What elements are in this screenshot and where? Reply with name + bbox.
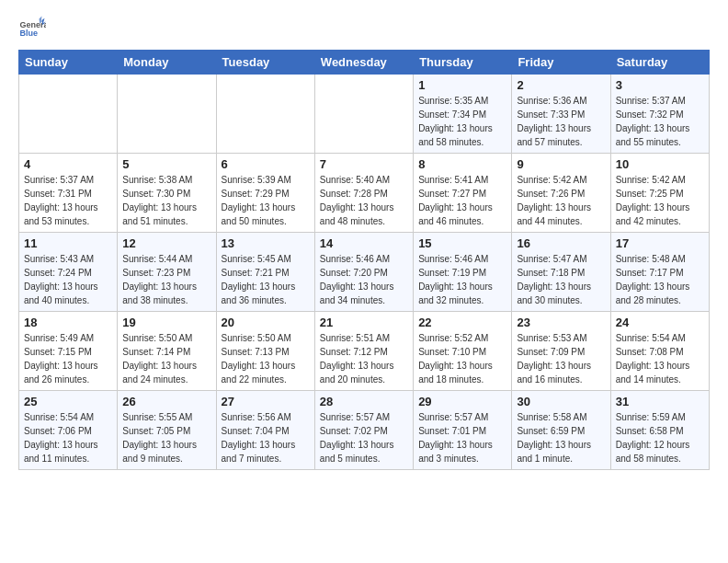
weekday-header: Saturday bbox=[610, 51, 709, 75]
calendar-cell: 28Sunrise: 5:57 AM Sunset: 7:02 PM Dayli… bbox=[314, 391, 413, 470]
day-info: Sunrise: 5:46 AM Sunset: 7:19 PM Dayligh… bbox=[418, 252, 506, 307]
day-info: Sunrise: 5:56 AM Sunset: 7:04 PM Dayligh… bbox=[222, 410, 310, 465]
day-info: Sunrise: 5:59 AM Sunset: 6:58 PM Dayligh… bbox=[616, 410, 704, 465]
day-info: Sunrise: 5:39 AM Sunset: 7:29 PM Dayligh… bbox=[222, 173, 310, 228]
calendar-cell bbox=[19, 75, 118, 154]
day-info: Sunrise: 5:37 AM Sunset: 7:32 PM Dayligh… bbox=[616, 94, 704, 149]
calendar-cell: 16Sunrise: 5:47 AM Sunset: 7:18 PM Dayli… bbox=[512, 233, 610, 312]
day-info: Sunrise: 5:42 AM Sunset: 7:25 PM Dayligh… bbox=[616, 173, 704, 228]
calendar-cell: 26Sunrise: 5:55 AM Sunset: 7:05 PM Dayli… bbox=[118, 391, 216, 470]
day-number: 7 bbox=[320, 157, 408, 171]
day-info: Sunrise: 5:44 AM Sunset: 7:23 PM Dayligh… bbox=[122, 252, 210, 307]
day-info: Sunrise: 5:49 AM Sunset: 7:15 PM Dayligh… bbox=[24, 331, 112, 386]
day-number: 14 bbox=[320, 236, 408, 250]
day-info: Sunrise: 5:50 AM Sunset: 7:14 PM Dayligh… bbox=[122, 331, 210, 386]
day-info: Sunrise: 5:51 AM Sunset: 7:12 PM Dayligh… bbox=[320, 331, 408, 386]
calendar-cell: 25Sunrise: 5:54 AM Sunset: 7:06 PM Dayli… bbox=[19, 391, 118, 470]
day-info: Sunrise: 5:55 AM Sunset: 7:05 PM Dayligh… bbox=[122, 410, 210, 465]
day-number: 5 bbox=[122, 157, 210, 171]
calendar-week-row: 25Sunrise: 5:54 AM Sunset: 7:06 PM Dayli… bbox=[19, 391, 710, 470]
calendar-cell: 31Sunrise: 5:59 AM Sunset: 6:58 PM Dayli… bbox=[610, 391, 709, 470]
calendar-cell: 9Sunrise: 5:42 AM Sunset: 7:26 PM Daylig… bbox=[512, 154, 610, 233]
day-number: 10 bbox=[616, 157, 704, 171]
calendar-cell: 1Sunrise: 5:35 AM Sunset: 7:34 PM Daylig… bbox=[414, 75, 512, 154]
day-number: 23 bbox=[517, 316, 605, 329]
day-number: 11 bbox=[24, 236, 112, 250]
logo-icon: General Blue bbox=[18, 15, 46, 42]
weekday-header: Monday bbox=[118, 51, 216, 75]
day-info: Sunrise: 5:52 AM Sunset: 7:10 PM Dayligh… bbox=[418, 331, 506, 386]
calendar-cell bbox=[216, 75, 314, 154]
day-number: 22 bbox=[418, 316, 506, 329]
calendar-cell: 7Sunrise: 5:40 AM Sunset: 7:28 PM Daylig… bbox=[314, 154, 413, 233]
day-number: 18 bbox=[24, 316, 112, 329]
calendar-cell: 22Sunrise: 5:52 AM Sunset: 7:10 PM Dayli… bbox=[414, 312, 512, 391]
calendar-cell: 10Sunrise: 5:42 AM Sunset: 7:25 PM Dayli… bbox=[610, 154, 709, 233]
calendar-cell: 23Sunrise: 5:53 AM Sunset: 7:09 PM Dayli… bbox=[512, 312, 610, 391]
calendar-cell: 18Sunrise: 5:49 AM Sunset: 7:15 PM Dayli… bbox=[19, 312, 118, 391]
weekday-header-row: SundayMondayTuesdayWednesdayThursdayFrid… bbox=[19, 51, 710, 75]
calendar-cell: 17Sunrise: 5:48 AM Sunset: 7:17 PM Dayli… bbox=[610, 233, 709, 312]
day-info: Sunrise: 5:48 AM Sunset: 7:17 PM Dayligh… bbox=[616, 252, 704, 307]
calendar-table: SundayMondayTuesdayWednesdayThursdayFrid… bbox=[18, 50, 710, 470]
weekday-header: Tuesday bbox=[216, 51, 314, 75]
day-number: 21 bbox=[320, 316, 408, 329]
day-number: 24 bbox=[616, 316, 704, 329]
calendar-cell: 13Sunrise: 5:45 AM Sunset: 7:21 PM Dayli… bbox=[216, 233, 314, 312]
day-number: 27 bbox=[222, 395, 310, 408]
day-number: 4 bbox=[24, 157, 112, 171]
day-info: Sunrise: 5:57 AM Sunset: 7:01 PM Dayligh… bbox=[418, 410, 506, 465]
day-number: 16 bbox=[517, 236, 605, 250]
calendar-cell: 6Sunrise: 5:39 AM Sunset: 7:29 PM Daylig… bbox=[216, 154, 314, 233]
calendar-cell bbox=[314, 75, 413, 154]
day-number: 25 bbox=[24, 395, 112, 408]
calendar-cell: 30Sunrise: 5:58 AM Sunset: 6:59 PM Dayli… bbox=[512, 391, 610, 470]
calendar-cell: 19Sunrise: 5:50 AM Sunset: 7:14 PM Dayli… bbox=[118, 312, 216, 391]
day-info: Sunrise: 5:53 AM Sunset: 7:09 PM Dayligh… bbox=[517, 331, 605, 386]
weekday-header: Thursday bbox=[414, 51, 512, 75]
day-info: Sunrise: 5:36 AM Sunset: 7:33 PM Dayligh… bbox=[517, 94, 605, 149]
day-number: 31 bbox=[616, 395, 704, 408]
day-info: Sunrise: 5:54 AM Sunset: 7:06 PM Dayligh… bbox=[24, 410, 112, 465]
day-info: Sunrise: 5:40 AM Sunset: 7:28 PM Dayligh… bbox=[320, 173, 408, 228]
day-info: Sunrise: 5:37 AM Sunset: 7:31 PM Dayligh… bbox=[24, 173, 112, 228]
calendar-cell: 12Sunrise: 5:44 AM Sunset: 7:23 PM Dayli… bbox=[118, 233, 216, 312]
calendar-cell: 4Sunrise: 5:37 AM Sunset: 7:31 PM Daylig… bbox=[19, 154, 118, 233]
calendar-cell: 5Sunrise: 5:38 AM Sunset: 7:30 PM Daylig… bbox=[118, 154, 216, 233]
weekday-header: Wednesday bbox=[314, 51, 413, 75]
day-number: 1 bbox=[418, 78, 506, 92]
day-number: 28 bbox=[320, 395, 408, 408]
day-number: 15 bbox=[418, 236, 506, 250]
day-info: Sunrise: 5:46 AM Sunset: 7:20 PM Dayligh… bbox=[320, 252, 408, 307]
logo: General Blue bbox=[18, 15, 46, 42]
day-number: 17 bbox=[616, 236, 704, 250]
day-number: 2 bbox=[517, 78, 605, 92]
calendar-cell: 27Sunrise: 5:56 AM Sunset: 7:04 PM Dayli… bbox=[216, 391, 314, 470]
calendar-week-row: 11Sunrise: 5:43 AM Sunset: 7:24 PM Dayli… bbox=[19, 233, 710, 312]
calendar-cell: 14Sunrise: 5:46 AM Sunset: 7:20 PM Dayli… bbox=[314, 233, 413, 312]
calendar-cell: 20Sunrise: 5:50 AM Sunset: 7:13 PM Dayli… bbox=[216, 312, 314, 391]
day-info: Sunrise: 5:42 AM Sunset: 7:26 PM Dayligh… bbox=[517, 173, 605, 228]
calendar-cell: 3Sunrise: 5:37 AM Sunset: 7:32 PM Daylig… bbox=[610, 75, 709, 154]
day-number: 26 bbox=[122, 395, 210, 408]
day-number: 12 bbox=[122, 236, 210, 250]
svg-text:Blue: Blue bbox=[20, 29, 39, 38]
calendar-cell: 24Sunrise: 5:54 AM Sunset: 7:08 PM Dayli… bbox=[610, 312, 709, 391]
day-info: Sunrise: 5:41 AM Sunset: 7:27 PM Dayligh… bbox=[418, 173, 506, 228]
day-number: 13 bbox=[222, 236, 310, 250]
day-number: 3 bbox=[616, 78, 704, 92]
day-info: Sunrise: 5:45 AM Sunset: 7:21 PM Dayligh… bbox=[222, 252, 310, 307]
day-info: Sunrise: 5:54 AM Sunset: 7:08 PM Dayligh… bbox=[616, 331, 704, 386]
day-number: 6 bbox=[222, 157, 310, 171]
day-number: 20 bbox=[222, 316, 310, 329]
day-info: Sunrise: 5:50 AM Sunset: 7:13 PM Dayligh… bbox=[222, 331, 310, 386]
calendar-cell: 21Sunrise: 5:51 AM Sunset: 7:12 PM Dayli… bbox=[314, 312, 413, 391]
calendar-week-row: 4Sunrise: 5:37 AM Sunset: 7:31 PM Daylig… bbox=[19, 154, 710, 233]
weekday-header: Sunday bbox=[19, 51, 118, 75]
day-info: Sunrise: 5:43 AM Sunset: 7:24 PM Dayligh… bbox=[24, 252, 112, 307]
day-info: Sunrise: 5:38 AM Sunset: 7:30 PM Dayligh… bbox=[122, 173, 210, 228]
day-number: 8 bbox=[418, 157, 506, 171]
header: General Blue bbox=[18, 15, 710, 42]
day-info: Sunrise: 5:47 AM Sunset: 7:18 PM Dayligh… bbox=[517, 252, 605, 307]
day-info: Sunrise: 5:58 AM Sunset: 6:59 PM Dayligh… bbox=[517, 410, 605, 465]
